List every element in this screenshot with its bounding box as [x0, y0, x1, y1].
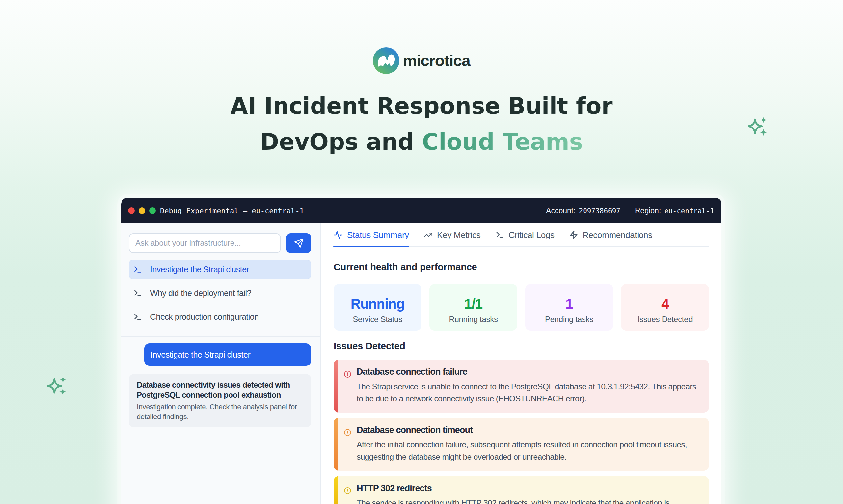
suggestion-label: Check production configuration: [150, 312, 259, 322]
alert-circle-icon: [344, 487, 351, 494]
issue-title: HTTP 302 redirects: [357, 483, 701, 493]
hero-highlight: Cloud Teams: [422, 129, 583, 155]
assistant-message-title: Database connectivity issues detected wi…: [137, 380, 303, 400]
suggestion-investigate-strapi[interactable]: Investigate the Strapi cluster: [129, 259, 311, 279]
tab-critical-logs[interactable]: Critical Logs: [495, 223, 554, 247]
close-button[interactable]: [128, 207, 135, 214]
app-window: Debug Experimental — eu-central-1 Accoun…: [121, 198, 722, 504]
brand-logo: microtica: [0, 47, 843, 74]
tab-label: Critical Logs: [509, 230, 554, 240]
hero-line2-prefix: DevOps and: [260, 129, 422, 155]
ask-input[interactable]: [129, 233, 281, 253]
hero-line1: AI Incident Response Built for: [230, 93, 613, 119]
alert-circle-icon: [344, 429, 351, 436]
region-value: eu-central-1: [664, 207, 714, 215]
severity-stripe: [333, 360, 338, 413]
paper-plane-icon: [294, 238, 304, 248]
issue-title: Database connection failure: [357, 367, 701, 377]
tab-label: Key Metrics: [437, 230, 481, 240]
health-heading: Current health and performance: [333, 262, 709, 273]
tab-label: Recommendations: [583, 230, 652, 240]
stat-value: 1: [565, 296, 573, 311]
tab-bar: Status Summary Key Metrics Critical Logs…: [333, 223, 709, 247]
suggestion-check-config[interactable]: Check production configuration: [129, 307, 311, 327]
terminal-icon: [495, 230, 504, 239]
window-meta: Account:2097386697 Region:eu-central-1: [546, 206, 714, 215]
zap-icon: [569, 230, 578, 239]
activity-icon: [333, 230, 343, 239]
chat-sidebar: Investigate the Strapi cluster Why did t…: [121, 223, 321, 504]
stat-value: Running: [351, 296, 405, 311]
region-label: Region:: [635, 206, 661, 215]
sidebar-divider: [121, 336, 321, 337]
terminal-icon: [133, 265, 142, 274]
minimize-button[interactable]: [139, 207, 145, 214]
stat-service-status: Running Service Status: [333, 284, 422, 331]
stat-label: Service Status: [353, 315, 402, 324]
issue-card-db-connection-failure: Database connection failure The Strapi s…: [333, 360, 709, 413]
trending-up-icon: [424, 230, 433, 239]
severity-stripe: [333, 476, 338, 504]
window-titlebar: Debug Experimental — eu-central-1 Accoun…: [121, 198, 722, 223]
terminal-icon: [133, 312, 142, 321]
issue-description: The Strapi service is unable to connect …: [357, 380, 701, 404]
window-title: Debug Experimental — eu-central-1: [160, 206, 304, 215]
sparkle-icon: [47, 375, 69, 397]
stat-pending-tasks: 1 Pending tasks: [525, 284, 613, 331]
account-label: Account:: [546, 206, 575, 215]
issue-description: The service is responding with HTTP 302 …: [357, 497, 701, 504]
stat-value: 4: [661, 296, 669, 311]
send-button[interactable]: [286, 233, 311, 253]
terminal-icon: [133, 289, 142, 298]
alert-circle-icon: [344, 371, 351, 378]
microtica-logo-icon: [373, 47, 399, 74]
hero-title: AI Incident Response Built forDevOps and…: [0, 88, 843, 160]
assistant-message: Database connectivity issues detected wi…: [129, 374, 311, 427]
suggestion-label: Why did the deployment fail?: [150, 289, 251, 298]
issue-card-db-connection-timeout: Database connection timeout After the in…: [333, 418, 709, 471]
tab-label: Status Summary: [347, 230, 409, 240]
analysis-panel: Status Summary Key Metrics Critical Logs…: [321, 223, 722, 504]
stat-issues-detected: 4 Issues Detected: [621, 284, 709, 331]
suggestion-label: Investigate the Strapi cluster: [150, 265, 249, 274]
stat-value: 1/1: [464, 296, 482, 311]
stat-running-tasks: 1/1 Running tasks: [429, 284, 517, 331]
ask-row: [129, 233, 311, 253]
suggestion-deployment-fail[interactable]: Why did the deployment fail?: [129, 283, 311, 303]
tab-status-summary[interactable]: Status Summary: [333, 223, 409, 247]
severity-stripe: [333, 418, 338, 471]
zoom-button[interactable]: [149, 207, 156, 214]
issue-title: Database connection timeout: [357, 425, 701, 435]
user-message: Investigate the Strapi cluster: [144, 343, 311, 366]
issues-heading: Issues Detected: [333, 341, 709, 352]
stat-label: Issues Detected: [638, 315, 693, 324]
issue-description: After the initial connection failure, su…: [357, 438, 701, 463]
stat-label: Running tasks: [449, 315, 498, 324]
tab-recommendations[interactable]: Recommendations: [569, 223, 652, 247]
tab-key-metrics[interactable]: Key Metrics: [424, 223, 481, 247]
assistant-message-body: Investigation complete. Check the analys…: [137, 402, 303, 422]
stat-label: Pending tasks: [545, 315, 593, 324]
stat-cards: Running Service Status 1/1 Running tasks…: [333, 284, 709, 331]
brand-name: microtica: [403, 52, 470, 70]
account-value: 2097386697: [579, 207, 620, 215]
issue-card-http-302-redirects: HTTP 302 redirects The service is respon…: [333, 476, 709, 504]
